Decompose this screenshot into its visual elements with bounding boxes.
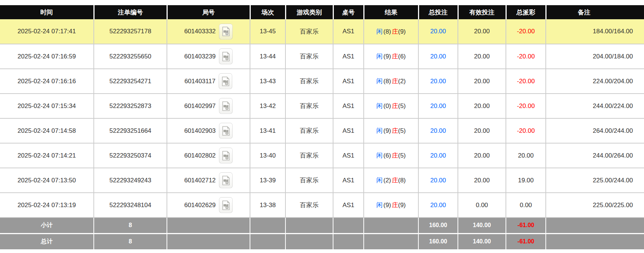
round-id-wrap: 601402903 — [184, 123, 233, 139]
summary-empty-cell — [364, 233, 418, 249]
video-replay-button[interactable] — [219, 172, 233, 188]
summary-valid-bet-cell: 140.00 — [458, 233, 506, 249]
round-id-value: 601402629 — [184, 202, 216, 209]
table-no-cell: AS1 — [333, 69, 364, 94]
session-cell: 13-44 — [250, 44, 285, 69]
table-row[interactable]: 2025-02-24 07:14:58522293251664601402903… — [0, 118, 644, 143]
column-header-remark: 备注 — [546, 5, 644, 19]
payout-cell: 20.00 — [506, 143, 546, 168]
player-result-label: 闲 — [376, 152, 383, 159]
result-cell: 闲(8)庄(2) — [364, 69, 418, 94]
table-row[interactable]: 2025-02-24 07:13:19522293248104601402629… — [0, 193, 644, 217]
total-bet-cell: 20.00 — [418, 69, 458, 94]
payout-cell: -20.00 — [506, 19, 546, 44]
session-cell: 13-45 — [250, 19, 285, 44]
video-replay-icon — [222, 101, 230, 111]
column-header-bet_id: 注单编号 — [94, 5, 167, 19]
video-replay-icon — [222, 176, 230, 185]
banker-result-label: 庄 — [392, 202, 398, 209]
summary-empty-cell — [364, 217, 418, 233]
bet-id-cell: 522293248104 — [94, 193, 167, 217]
summary-empty-cell — [333, 233, 364, 249]
game-type-cell: 百家乐 — [285, 94, 333, 118]
table-row[interactable]: 2025-02-24 07:15:34522293252873601402997… — [0, 94, 644, 118]
video-replay-button[interactable] — [219, 123, 233, 139]
summary-empty-cell — [250, 233, 285, 249]
table-row[interactable]: 2025-02-24 07:16:16522293254271601403117… — [0, 69, 644, 94]
bet-id-cell: 522293257178 — [94, 19, 167, 44]
bet-id-cell: 522293252873 — [94, 94, 167, 118]
time-cell: 2025-02-24 07:14:21 — [0, 143, 94, 168]
table-row[interactable]: 2025-02-24 07:14:21522293250374601402802… — [0, 143, 644, 168]
video-replay-icon — [222, 77, 230, 86]
round-id-cell: 601402712 — [167, 168, 250, 193]
payout-cell: -20.00 — [506, 118, 546, 143]
banker-result-score: (5) — [398, 152, 406, 159]
table-no-cell: AS1 — [333, 94, 364, 118]
table-row[interactable]: 2025-02-24 07:16:59522293255650601403239… — [0, 44, 644, 69]
table-footer: 小计8160.00140.00-61.00总计8160.00140.00-61.… — [0, 217, 644, 249]
game-type-cell: 百家乐 — [285, 69, 333, 94]
bet-id-cell: 522293254271 — [94, 69, 167, 94]
game-type-cell: 百家乐 — [285, 19, 333, 44]
banker-result-label: 庄 — [392, 102, 398, 109]
player-result-score: (9) — [383, 202, 391, 209]
game-type-cell: 百家乐 — [285, 143, 333, 168]
remark-cell: 225.00/225.00 — [546, 193, 644, 217]
summary-row: 总计8160.00140.00-61.00 — [0, 233, 644, 249]
remark-cell: 224.00/204.00 — [546, 69, 644, 94]
bet-id-cell: 522293249243 — [94, 168, 167, 193]
column-header-payout: 总派彩 — [506, 5, 546, 19]
banker-result-label: 庄 — [392, 28, 398, 35]
time-cell: 2025-02-24 07:14:58 — [0, 118, 94, 143]
time-cell: 2025-02-24 07:13:50 — [0, 168, 94, 193]
total-bet-cell: 20.00 — [418, 193, 458, 217]
round-id-value: 601402712 — [184, 177, 216, 184]
summary-empty-cell — [546, 217, 644, 233]
banker-result-score: (5) — [398, 102, 406, 109]
column-header-time: 时间 — [0, 5, 94, 19]
table-row[interactable]: 2025-02-24 07:17:41522293257178601403332… — [0, 19, 644, 44]
column-header-session: 场次 — [250, 5, 285, 19]
video-replay-icon — [222, 200, 230, 210]
game-type-cell: 百家乐 — [285, 118, 333, 143]
video-replay-button[interactable] — [219, 73, 232, 89]
banker-result-score: (2) — [398, 78, 406, 85]
time-cell: 2025-02-24 07:16:59 — [0, 44, 94, 69]
remark-cell: 244.00/224.00 — [546, 94, 644, 118]
table-body: 2025-02-24 07:17:41522293257178601403332… — [0, 19, 644, 217]
payout-cell: 0.00 — [506, 193, 546, 217]
summary-total-bet-cell: 160.00 — [418, 233, 458, 249]
banker-result-label: 庄 — [392, 127, 398, 134]
video-replay-button[interactable] — [219, 197, 233, 213]
round-id-cell: 601402903 — [167, 118, 250, 143]
round-id-value: 601403332 — [184, 28, 216, 35]
result-cell: 闲(8)庄(9) — [364, 19, 418, 44]
player-result-label: 闲 — [376, 127, 383, 134]
table-row[interactable]: 2025-02-24 07:13:50522293249243601402712… — [0, 168, 644, 193]
banker-result-label: 庄 — [392, 177, 398, 184]
video-replay-button[interactable] — [219, 148, 233, 163]
time-cell: 2025-02-24 07:16:16 — [0, 69, 94, 94]
summary-empty-cell — [546, 233, 644, 249]
round-id-cell: 601402997 — [167, 94, 250, 118]
video-replay-button[interactable] — [219, 98, 233, 114]
session-cell: 13-39 — [250, 168, 285, 193]
time-cell: 2025-02-24 07:15:34 — [0, 94, 94, 118]
video-replay-button[interactable] — [219, 24, 233, 40]
total-bet-cell: 20.00 — [418, 19, 458, 44]
video-replay-button[interactable] — [219, 48, 233, 64]
column-header-valid_bet: 有效投注 — [458, 5, 506, 19]
round-id-cell: 601403239 — [167, 44, 250, 69]
column-header-round_id: 局号 — [167, 5, 250, 19]
total-bet-cell: 20.00 — [418, 143, 458, 168]
summary-label-cell: 总计 — [0, 233, 94, 249]
player-result-score: (8) — [383, 28, 391, 35]
video-replay-icon — [222, 52, 230, 61]
round-id-wrap: 601403117 — [185, 73, 233, 89]
round-id-wrap: 601402629 — [184, 197, 233, 213]
bet-id-cell: 522293255650 — [94, 44, 167, 69]
summary-payout-cell: -61.00 — [506, 233, 546, 249]
round-id-cell: 601403117 — [167, 69, 250, 94]
result-cell: 闲(9)庄(5) — [364, 118, 418, 143]
